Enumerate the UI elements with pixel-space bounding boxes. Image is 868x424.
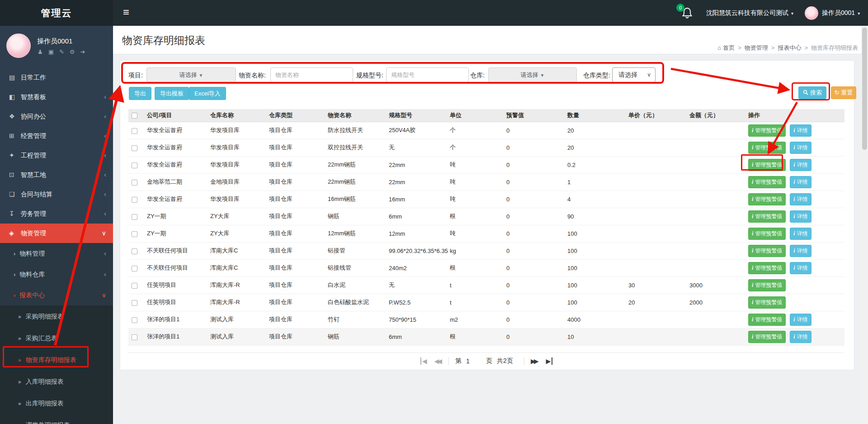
amount-cell	[683, 156, 742, 173]
excel-import-button[interactable]: Excel导入	[189, 87, 226, 100]
sidebar-item-daily-work[interactable]: ▤日常工作	[0, 68, 113, 87]
sidebar-item-material-mgmt[interactable]: ›物料管理‹	[0, 243, 113, 264]
column-header: 操作	[742, 109, 844, 122]
info-icon: i	[752, 230, 753, 237]
detail-button[interactable]: i详情	[790, 193, 811, 205]
sidebar-item-material-warehouse[interactable]: ›物料仓库‹	[0, 264, 113, 285]
last-page-button[interactable]: ▶	[546, 357, 552, 365]
notification-bell[interactable]: 0	[678, 5, 698, 23]
detail-button[interactable]: i详情	[790, 142, 811, 154]
sidebar-item-purchase-summary-report[interactable]: »采购汇总表	[0, 327, 113, 349]
manage-warning-button[interactable]: i管理预警值	[748, 124, 786, 137]
sidebar-item-labor-mgmt[interactable]: ↧劳务管理‹	[0, 204, 113, 224]
manage-warning-button[interactable]: i管理预警值	[748, 142, 786, 154]
manage-warning-button[interactable]: i管理预警值	[748, 262, 786, 274]
warehouse-type-select[interactable]: 请选择∨	[612, 67, 656, 82]
detail-button[interactable]: i详情	[790, 124, 811, 137]
row-checkbox[interactable]	[132, 197, 137, 203]
key-icon[interactable]: ⚙	[70, 48, 75, 55]
next-page-button[interactable]: ▶▶	[531, 357, 539, 365]
row-checkbox[interactable]	[132, 162, 137, 168]
manage-warning-button[interactable]: i管理预警值	[748, 331, 786, 343]
row-checkbox[interactable]	[132, 128, 137, 134]
row-checkbox[interactable]	[132, 145, 137, 151]
sidebar-item-collaboration[interactable]: ❖协同办公‹	[0, 107, 113, 126]
info-icon: i	[752, 265, 753, 271]
row-checkbox[interactable]	[132, 300, 137, 306]
breadcrumb-item[interactable]: 物资管理	[745, 44, 768, 51]
materials-submenu: ›物料管理‹›物料仓库‹›报表中心∨»采购明细报表»采购汇总表»物资库存明细报表…	[0, 243, 113, 424]
manage-warning-button[interactable]: i管理预警值	[748, 245, 786, 257]
first-page-button[interactable]: ◀	[420, 357, 427, 365]
breadcrumb-item[interactable]: 首页	[723, 44, 735, 51]
detail-button[interactable]: i详情	[790, 331, 811, 343]
manage-warning-button[interactable]: i管理预警值	[748, 210, 786, 223]
page-number-input[interactable]: 1	[466, 357, 481, 365]
page-scrollbar[interactable]	[861, 26, 868, 424]
sidebar-item-smart-site[interactable]: ⊡智慧工地‹	[0, 165, 113, 185]
detail-button[interactable]: i详情	[790, 245, 811, 257]
manage-warning-button[interactable]: i管理预警值	[748, 193, 786, 205]
manage-warning-button[interactable]: i管理预警值	[748, 176, 786, 188]
detail-button[interactable]: i详情	[790, 314, 811, 326]
row-checkbox[interactable]	[132, 231, 137, 237]
logout-icon[interactable]: ➔	[80, 48, 85, 55]
qty-cell: 100	[561, 294, 622, 311]
unit-cell: 吨	[443, 173, 500, 191]
export-template-button[interactable]: 导出模板	[155, 87, 189, 100]
row-checkbox[interactable]	[132, 283, 137, 289]
sidebar-item-business-mgmt[interactable]: ⊞经营管理‹	[0, 126, 113, 146]
select-all-checkbox[interactable]	[132, 113, 137, 119]
sidebar-item-smart-board[interactable]: ◧智慧看板‹	[0, 87, 113, 107]
reset-button[interactable]: ↻ 重置	[831, 86, 856, 99]
detail-button[interactable]: i详情	[790, 159, 811, 171]
detail-button[interactable]: i详情	[790, 176, 811, 188]
manage-warning-button[interactable]: i管理预警值	[748, 228, 786, 240]
chevron-icon: ‹	[104, 243, 106, 264]
photo-icon[interactable]: ▣	[48, 48, 54, 55]
row-checkbox[interactable]	[132, 180, 137, 186]
detail-button[interactable]: i详情	[790, 262, 811, 274]
material-name-input[interactable]	[270, 67, 353, 82]
row-checkbox[interactable]	[132, 334, 137, 340]
manage-warning-button[interactable]: i管理预警值	[748, 314, 786, 326]
material-cell: 双控拉线开关	[321, 139, 382, 156]
sidebar-item-purchase-detail-report[interactable]: »采购明细报表	[0, 305, 113, 327]
sidebar-item-contract-settle[interactable]: ❏合同与结算‹	[0, 185, 113, 204]
unit-cell: 吨	[443, 156, 500, 173]
info-icon: i	[752, 248, 753, 254]
scrollbar-thumb[interactable]	[862, 28, 867, 150]
sidebar-item-materials-mgmt[interactable]: ◈物资管理∨	[0, 224, 113, 243]
material-cell: 22mm钢筋	[321, 173, 382, 191]
row-checkbox[interactable]	[132, 214, 137, 220]
hamburger-menu-icon[interactable]: ≡	[117, 0, 136, 26]
sidebar-item-outbound-detail-report[interactable]: »出库明细报表	[0, 392, 113, 414]
sidebar-item-report-center[interactable]: ›报表中心∨	[0, 285, 113, 305]
user-icon[interactable]: ♟	[38, 48, 43, 55]
warehouse-dropdown[interactable]: 请选择▼	[488, 67, 577, 82]
sidebar-item-engineering-mgmt[interactable]: ✦工程管理‹	[0, 146, 113, 165]
user-menu[interactable]: 操作员0001▾	[805, 0, 860, 26]
breadcrumb-item[interactable]: 报表中心	[778, 44, 801, 51]
manage-warning-button[interactable]: i管理预警值	[748, 279, 786, 291]
row-checkbox[interactable]	[132, 248, 137, 254]
table-row: 张洋的项目1测试入库项目仓库竹钉750*90*15m204000i管理预警值i详…	[128, 311, 844, 328]
sidebar-item-inbound-detail-report[interactable]: »入库明细报表	[0, 371, 113, 392]
manage-warning-button[interactable]: i管理预警值	[748, 296, 786, 309]
detail-button[interactable]: i详情	[790, 210, 811, 223]
export-button[interactable]: 导出	[129, 87, 151, 100]
project-dropdown[interactable]: 请选择▼	[146, 67, 236, 82]
company-selector[interactable]: 沈阳慧筑云科技有限公司测试▾	[706, 0, 793, 26]
detail-button[interactable]: i详情	[790, 228, 811, 240]
manage-warning-button[interactable]: i管理预警值	[748, 159, 786, 171]
table-row: 华发全运首府华发项目库项目仓库16mm钢筋16mm吨04i管理预警值i详情	[128, 191, 844, 208]
search-button[interactable]: 搜索	[798, 86, 826, 99]
row-checkbox[interactable]	[132, 266, 137, 272]
edit-icon[interactable]: ✎	[59, 48, 64, 55]
sidebar-item-material-inventory-detail-report[interactable]: »物资库存明细报表	[0, 349, 113, 371]
sidebar-item-transfer-detail-report[interactable]: »调拨单明细报表	[0, 414, 113, 424]
row-checkbox[interactable]	[132, 317, 137, 323]
spec-input[interactable]	[386, 67, 469, 82]
spec-cell: 240m2	[382, 259, 443, 276]
prev-page-button[interactable]: ◀◀	[434, 357, 443, 365]
